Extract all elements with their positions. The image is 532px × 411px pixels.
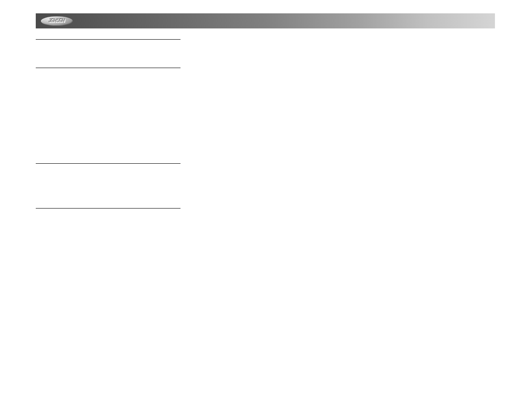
divider-line [36,39,180,40]
brand-logo: JENSEN [41,16,73,26]
divider-line [36,163,180,164]
divider-line [36,208,180,209]
header-bar: JENSEN [36,13,495,28]
divider-line [36,68,180,68]
brand-logo-text: JENSEN [49,19,65,23]
